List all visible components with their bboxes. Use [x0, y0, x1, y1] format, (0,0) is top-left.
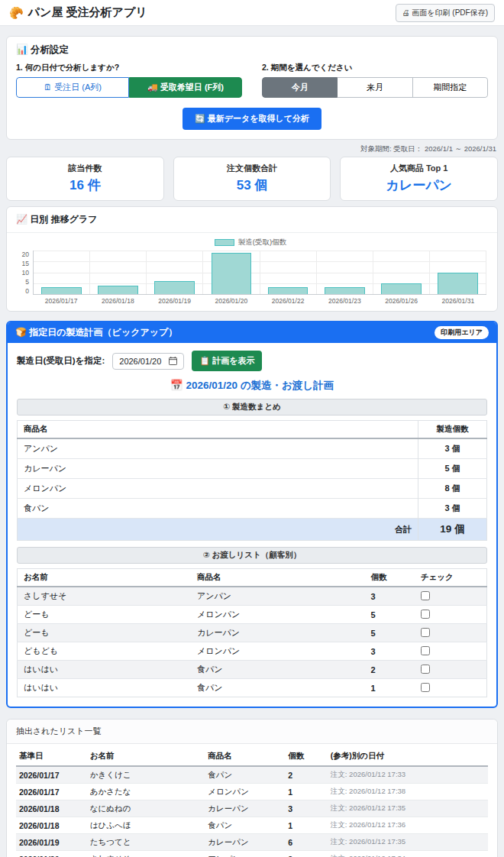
x-tick-label: 2026/01/19	[147, 297, 203, 305]
x-tick-label: 2026/01/20	[203, 297, 260, 305]
handover-checkbox[interactable]	[421, 665, 430, 674]
column-header: お名前	[18, 569, 192, 587]
x-tick-label: 2026/01/31	[430, 297, 486, 305]
period-next-month-button[interactable]: 来月	[338, 77, 412, 98]
handover-checkbox[interactable]	[421, 591, 430, 600]
x-tick-label: 2026/01/18	[89, 297, 146, 305]
bar-slot	[317, 251, 373, 294]
pickup-plan-header: 🍞 指定日の製造計画（ピックアップ） 印刷用エリア	[8, 322, 496, 343]
bar-slot	[90, 251, 147, 294]
qty-cell: 3 個	[418, 499, 487, 519]
y-axis-labels: 20 15 10 5 0	[15, 251, 33, 295]
product-cell: アンパン	[18, 438, 418, 459]
bar-chart-icon: 📊	[16, 44, 28, 55]
column-header: 個数	[365, 569, 402, 587]
table-row: はいはい 食パン 1	[18, 679, 487, 697]
total-label: 合計	[18, 519, 418, 541]
table-row: はいはい 食パン 2	[18, 661, 487, 679]
customer-cell: さしすせそ	[18, 587, 192, 606]
bar-slot	[373, 251, 430, 294]
bar	[98, 286, 138, 294]
extracted-list-card: 抽出されたリスト一覧 基準日 お名前 商品名 個数 (参考)別の日付 2026/…	[6, 719, 498, 857]
column-header: 基準日	[16, 747, 87, 766]
bar-slot	[203, 251, 260, 294]
qty-cell: 5	[365, 624, 402, 642]
customer-cell: どーも	[18, 624, 192, 642]
show-plan-button[interactable]: 📋 計画を表示	[192, 351, 262, 371]
date-type-order-date-button[interactable]: 🗓 受注日 (A列)	[16, 77, 129, 98]
summary-cards-row: 該当件数 16 件 注文個数合計 53 個 人気商品 Top 1 カレーパン	[6, 157, 498, 201]
main-content: 📊 分析設定 1. 何の日付で分析しますか? 🗓 受注日 (A列) 🚚 受取希望…	[0, 26, 504, 857]
bar-slot	[430, 251, 486, 294]
handover-checkbox[interactable]	[421, 646, 430, 655]
chart-plot-area	[33, 251, 486, 295]
bar-chart: 製造(受取)個数 20 15 10 5 0 2026/01/172026/01/…	[7, 233, 497, 311]
handover-checkbox[interactable]	[421, 628, 430, 637]
customer-cell: はいはい	[18, 679, 192, 697]
bar	[381, 283, 422, 294]
croissant-icon: 🥐	[9, 6, 24, 20]
plan-date-input[interactable]: 2026/01/20	[112, 353, 184, 370]
plan-day-title: 📅 2026/01/20 の製造・お渡し計画	[17, 379, 487, 393]
period-question: 2. 期間を選んでください	[262, 63, 488, 73]
x-axis-labels: 2026/01/172026/01/182026/01/192026/01/20…	[33, 297, 486, 305]
calendar-icon: 🗓	[44, 82, 52, 92]
customer-cell: どもども	[18, 642, 192, 661]
product-cell: アンパン	[191, 587, 365, 606]
product-cell: カレーパン	[191, 624, 365, 642]
production-summary-table: 商品名 製造個数 アンパン 3 個 カレーパン 5 個 メロンパン	[17, 420, 487, 541]
column-header: 個数	[285, 747, 328, 766]
summary-card-label: 注文個数合計	[177, 163, 328, 174]
table-row: 2026/01/18はひふへほ食パン1注文: 2026/01/12 17:36	[16, 817, 488, 834]
table-row: どーも カレーパン 5	[18, 624, 487, 642]
table-row: 2026/01/18なにぬねのカレーパン3注文: 2026/01/12 17:3…	[16, 800, 488, 817]
date-type-pickup-date-button[interactable]: 🚚 受取希望日 (F列)	[129, 77, 242, 98]
period-custom-range-button[interactable]: 期間指定	[413, 77, 488, 98]
page-title: 🥐 パン屋 受注分析アプリ	[9, 5, 147, 20]
analyze-button[interactable]: 🔄 最新データを取得して分析	[183, 108, 321, 130]
column-header: 製造個数	[418, 421, 487, 439]
period-this-month-button[interactable]: 今月	[262, 77, 338, 98]
table-row: 2026/01/19たちつてとカレーパン6注文: 2026/01/12 17:3…	[16, 834, 488, 851]
qty-cell: 5	[365, 606, 402, 624]
app-title-text: パン屋 受注分析アプリ	[28, 5, 147, 20]
summary-card-label: 人気商品 Top 1	[344, 163, 494, 174]
bar-slot	[260, 251, 317, 294]
bar	[438, 273, 478, 295]
qty-cell: 1	[365, 679, 402, 697]
legend-swatch	[215, 239, 234, 246]
summary-card-value: カレーパン	[344, 176, 494, 194]
date-type-button-group: 🗓 受注日 (A列) 🚚 受取希望日 (F列)	[16, 77, 242, 98]
printer-icon: 🖨	[402, 8, 410, 17]
column-header: 商品名	[18, 421, 418, 439]
print-area-badge: 印刷用エリア	[435, 326, 489, 339]
column-header: 商品名	[191, 569, 365, 587]
handover-checkbox[interactable]	[421, 683, 430, 692]
date-type-question: 1. 何の日付で分析しますか?	[16, 63, 242, 73]
customer-cell: はいはい	[18, 661, 192, 679]
print-button[interactable]: 🖨 画面を印刷 (PDF保存)	[396, 4, 495, 22]
table-row: どーも メロンパン 5	[18, 606, 487, 624]
x-tick-label: 2026/01/22	[260, 297, 316, 305]
product-cell: 食パン	[18, 499, 418, 519]
summary-card-top-product: 人気商品 Top 1 カレーパン	[340, 157, 498, 201]
analysis-settings-card: 📊 分析設定 1. 何の日付で分析しますか? 🗓 受注日 (A列) 🚚 受取希望…	[6, 36, 498, 140]
product-cell: 食パン	[191, 679, 365, 697]
column-header: チェック	[402, 569, 487, 587]
table-row: カレーパン 5 個	[18, 459, 487, 479]
table-row: アンパン 3 個	[18, 438, 487, 459]
pickup-plan-title: 🍞 指定日の製造計画（ピックアップ）	[15, 326, 177, 339]
product-cell: メロンパン	[18, 479, 418, 499]
table-row: どもども メロンパン 3	[18, 642, 487, 661]
x-tick-label: 2026/01/26	[373, 297, 430, 305]
qty-cell: 5 個	[418, 459, 487, 479]
handover-list-table: お名前 商品名 個数 チェック さしすせそ アンパン 3 どーも	[17, 568, 487, 697]
plan-date-value: 2026/01/20	[119, 357, 161, 366]
product-cell: メロンパン	[191, 606, 365, 624]
handover-checkbox[interactable]	[421, 610, 430, 619]
column-header: 商品名	[205, 747, 285, 766]
plan-date-label: 製造日(受取日)を指定:	[17, 355, 105, 367]
bar	[325, 287, 365, 294]
product-cell: メロンパン	[191, 642, 365, 661]
column-header: (参考)別の日付	[328, 747, 488, 766]
